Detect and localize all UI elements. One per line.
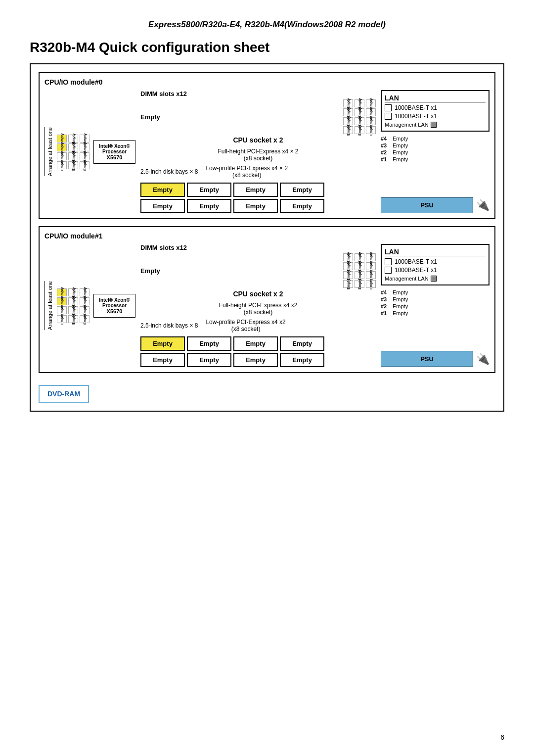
disk-label-1: 2.5-inch disk bays × 8: [140, 322, 198, 329]
lan-box-0: LAN 1000BASE-T x1 1000BASE-T x1 Manageme…: [381, 90, 490, 132]
disk-label-0: 2.5-inch disk bays × 8: [140, 168, 198, 175]
dimm-slot: Empty: [366, 126, 376, 134]
pci-label: Empty: [393, 142, 408, 148]
dimm-slot: Empty: [80, 135, 89, 142]
dimm-slot: Empty: [57, 306, 67, 314]
pci-num: #2: [381, 149, 391, 155]
pci-num: #4: [381, 289, 391, 295]
dimm-slot: Empty: [68, 315, 78, 323]
mgmt-lan-0: Management LAN: [385, 122, 486, 128]
mgmt-square: [431, 122, 437, 128]
dimm-slot: Empty: [355, 253, 364, 261]
dimm-slot: Empty: [68, 297, 78, 305]
dimm-header-0: DIMM slots x12: [140, 90, 187, 97]
dimm-slot: Empty: [355, 108, 364, 116]
psu-connector-0: 🔌: [476, 199, 490, 212]
dimm-slot: Empty: [355, 117, 364, 125]
dvd-ram-box: DVD-RAM: [39, 385, 89, 403]
dimm-slot: Empty: [355, 262, 364, 270]
mgmt-square: [431, 276, 437, 282]
pci-slot-row: #3 Empty: [381, 142, 490, 148]
dimm-slot: Empty: [80, 152, 89, 160]
lan-title-1: LAN: [385, 248, 486, 256]
cpu-block-1: Intel® Xeon® Processor X5670: [93, 294, 135, 318]
right-section-0: LAN 1000BASE-T x1 1000BASE-T x1 Manageme…: [381, 90, 490, 213]
low-pci-0: Low-profile PCI-Express x4 × 2 (x8 socke…: [206, 165, 288, 179]
dimm-slot: Empty: [80, 297, 89, 305]
dimm-slot: Empty: [343, 108, 353, 116]
pci-slot-row: #4 Empty: [381, 289, 490, 295]
pci-slots-right-0: #4 Empty #3 Empty #2 Empty #1: [381, 136, 490, 163]
lan-square: [385, 258, 392, 265]
right-dimm-stacks-0: Empty Empty Empty Empty Empty Empty Empt…: [343, 99, 376, 134]
dimm-slot: Empty: [68, 143, 78, 151]
module1-label: CPU/IO module#1: [44, 232, 490, 240]
dimm-slot: Empty: [343, 271, 353, 279]
dimm-slot: Empty: [57, 161, 67, 169]
cpu-model-1: X5670: [107, 308, 123, 314]
dimm-slot: Empty: [343, 126, 353, 134]
cpu-empty-0: Empty: [140, 113, 160, 121]
page-title: R320b-M4 Quick configuration sheet: [30, 40, 504, 55]
disk-slot-1-5: Empty: [187, 353, 231, 367]
disk-slot-1-0: Empty: [140, 336, 185, 351]
left-dimm-stacks-1: Empty Empty Empty Empty Empty Empty Empt…: [57, 288, 89, 323]
pci-num: #2: [381, 303, 391, 309]
mgmt-lan-1: Management LAN: [385, 276, 486, 282]
pci-num: #3: [381, 142, 391, 148]
pci-label: Empty: [393, 303, 408, 309]
lan-square: [385, 104, 392, 111]
psu-connector-1: 🔌: [476, 353, 490, 366]
dimm-slot: Empty: [355, 271, 364, 279]
dimm-slot: Empty: [57, 135, 67, 142]
right-section-1: LAN 1000BASE-T x1 1000BASE-T x1 Manageme…: [381, 244, 490, 367]
psu-box-1: PSU: [381, 351, 473, 367]
right-dimm-stacks-1: Empty Empty Empty Empty Empty Empty Empt…: [343, 253, 376, 288]
dimm-slot: Empty: [80, 161, 89, 169]
cpu-socket-0: CPU socket x 2: [140, 136, 376, 144]
pci-label: Empty: [393, 156, 408, 162]
dimm-slot: Empty: [80, 288, 89, 296]
disk-slot-1-7: Empty: [280, 353, 324, 367]
pci-slot-row: #3 Empty: [381, 296, 490, 302]
dimm-slot: Empty: [366, 253, 376, 261]
disk-slot-0-6: Empty: [233, 199, 278, 213]
lan-item-2-1: 1000BASE-T x1: [385, 267, 486, 274]
pci-num: #4: [381, 136, 391, 142]
lan-square: [385, 267, 392, 274]
dimm-slot: Empty: [80, 143, 89, 151]
lan-box-1: LAN 1000BASE-T x1 1000BASE-T x1 Manageme…: [381, 244, 490, 285]
dimm-slot: Empty: [343, 280, 353, 288]
dimm-slot: Empty: [343, 99, 353, 107]
dimm-slot: Empty: [57, 315, 67, 323]
dimm-slot: Empty: [68, 135, 78, 142]
dimm-slot: Empty: [68, 161, 78, 169]
full-pci-1: Full-height PCI-Express x4 x2 (x8 socket…: [140, 302, 376, 316]
cpu-empty-1: Empty: [140, 267, 160, 275]
pci-label: Empty: [393, 296, 408, 302]
disk-slot-1-3: Empty: [280, 336, 324, 351]
disk-slot-0-3: Empty: [280, 183, 324, 197]
dimm-slot: Empty: [343, 262, 353, 270]
dimm-slot: Empty: [366, 262, 376, 270]
disk-slot-1-1: Empty: [187, 336, 231, 351]
cpu-block-0: Intel® Xeon® Processor X5670: [93, 140, 135, 164]
middle-section-0: DIMM slots x12 Empty Empty Empty Empty: [140, 90, 376, 213]
disk-rows-0: Empty Empty Empty Empty Empty Empty Empt…: [140, 183, 376, 213]
dimm-slot: Empty: [343, 253, 353, 261]
page-number: 6: [500, 733, 504, 741]
pci-slot-row: #4 Empty: [381, 136, 490, 142]
module0-label: CPU/IO module#0: [44, 78, 490, 86]
pci-slot-row: #1 Empty: [381, 310, 490, 316]
dimm-slot: Empty: [80, 315, 89, 323]
pci-label: Empty: [393, 289, 408, 295]
dimm-slot: Empty: [57, 288, 67, 296]
dimm-slot: Empty: [355, 126, 364, 134]
left-dimm-stacks-0: Empty Empty Empty Empty Empty Empty Empt…: [57, 135, 89, 169]
lan-title-0: LAN: [385, 94, 486, 102]
dimm-slot: Empty: [57, 152, 67, 160]
dimm-slot: Empty: [366, 108, 376, 116]
lan-item-1-0: 1000BASE-T x1: [385, 104, 486, 111]
cpu-socket-1: CPU socket x 2: [140, 290, 376, 298]
disk-slot-1-6: Empty: [233, 353, 278, 367]
